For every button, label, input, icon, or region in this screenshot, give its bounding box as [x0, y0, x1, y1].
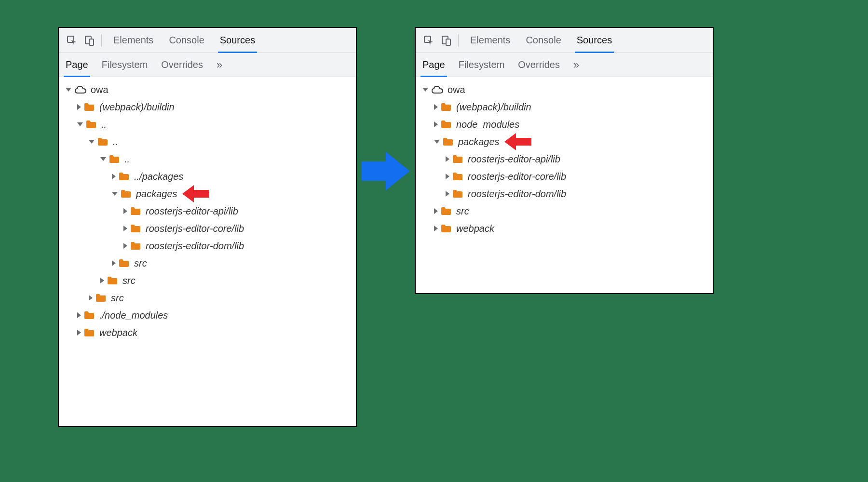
- tree-row[interactable]: ../packages: [59, 168, 356, 185]
- folder-icon: [441, 224, 451, 233]
- tree-row[interactable]: packages: [416, 133, 713, 150]
- tree-item-label: node_modules: [456, 119, 519, 130]
- chevron-right-icon[interactable]: [77, 312, 81, 318]
- chevron-down-icon[interactable]: [112, 192, 118, 196]
- chevron-down-icon[interactable]: [100, 157, 106, 161]
- chevron-right-icon[interactable]: [112, 260, 116, 266]
- tree-row[interactable]: ..: [59, 133, 356, 150]
- chevron-right-icon[interactable]: [434, 208, 438, 214]
- chevron-down-icon[interactable]: [89, 140, 95, 144]
- tab-sources[interactable]: Sources: [577, 28, 612, 53]
- chevron-right-icon[interactable]: [123, 208, 127, 214]
- tree-row[interactable]: src: [59, 272, 356, 289]
- tree-row[interactable]: src: [416, 202, 713, 220]
- tree-row[interactable]: (webpack)/buildin: [416, 98, 713, 116]
- folder-icon: [441, 120, 451, 129]
- toolbar-divider: [458, 34, 459, 47]
- tree-row[interactable]: webpack: [59, 324, 356, 341]
- tree-item-label: src: [134, 258, 147, 269]
- chevron-right-icon[interactable]: [123, 226, 127, 231]
- chevron-right-icon[interactable]: [434, 121, 438, 127]
- subtab-page[interactable]: Page: [66, 53, 88, 77]
- folder-icon: [130, 241, 141, 250]
- folder-icon: [452, 189, 463, 198]
- chevron-right-icon[interactable]: [123, 243, 127, 249]
- tree-row[interactable]: webpack: [416, 220, 713, 237]
- folder-icon: [119, 259, 129, 268]
- tree-row[interactable]: src: [59, 289, 356, 307]
- folder-icon: [121, 189, 131, 198]
- folder-icon: [95, 294, 106, 302]
- sources-subtabs: Page Filesystem Overrides »: [416, 53, 713, 77]
- chevron-right-icon[interactable]: [434, 104, 438, 110]
- device-toolbar-icon[interactable]: [81, 32, 97, 49]
- subtab-filesystem[interactable]: Filesystem: [459, 53, 505, 77]
- highlight-arrow-icon: [504, 133, 531, 150]
- source-tree-right: owa(webpack)/buildinnode_modulespackages…: [416, 77, 713, 293]
- folder-icon: [441, 207, 451, 215]
- folder-icon: [130, 224, 141, 233]
- tree-row[interactable]: node_modules: [416, 116, 713, 133]
- tab-sources[interactable]: Sources: [220, 28, 255, 53]
- chevron-down-icon[interactable]: [434, 140, 440, 144]
- inspect-element-icon[interactable]: [420, 32, 437, 49]
- chevron-right-icon[interactable]: [77, 330, 81, 335]
- subtab-page[interactable]: Page: [422, 53, 445, 77]
- tree-item-label: ./node_modules: [99, 310, 168, 321]
- subtab-overrides[interactable]: Overrides: [518, 53, 560, 77]
- chevron-right-icon[interactable]: [446, 174, 449, 179]
- chevron-right-icon[interactable]: [77, 104, 81, 110]
- svg-rect-5: [446, 39, 450, 45]
- tree-row[interactable]: packages: [59, 185, 356, 202]
- more-tabs-icon[interactable]: »: [573, 59, 576, 71]
- folder-icon: [97, 137, 108, 146]
- tree-item-label: roosterjs-editor-core/lib: [468, 171, 566, 182]
- tab-elements[interactable]: Elements: [113, 28, 153, 53]
- folder-icon: [441, 103, 451, 111]
- tree-row[interactable]: ./node_modules: [59, 307, 356, 324]
- folder-icon: [84, 328, 95, 337]
- folder-icon: [109, 155, 120, 163]
- chevron-right-icon[interactable]: [446, 156, 449, 162]
- tree-row[interactable]: roosterjs-editor-core/lib: [59, 220, 356, 237]
- tree-row[interactable]: roosterjs-editor-core/lib: [416, 168, 713, 185]
- tree-row[interactable]: roosterjs-editor-dom/lib: [416, 185, 713, 202]
- tree-row[interactable]: roosterjs-editor-api/lib: [59, 202, 356, 220]
- inspect-element-icon[interactable]: [64, 32, 80, 49]
- chevron-down-icon[interactable]: [77, 122, 83, 126]
- folder-icon: [452, 155, 463, 163]
- tree-row[interactable]: roosterjs-editor-api/lib: [416, 150, 713, 168]
- chevron-down-icon[interactable]: [66, 88, 71, 92]
- tree-row[interactable]: (webpack)/buildin: [59, 98, 356, 116]
- chevron-right-icon[interactable]: [89, 295, 93, 301]
- tree-item-label: webpack: [456, 223, 494, 234]
- tree-row[interactable]: ..: [59, 150, 356, 168]
- tree-row[interactable]: owa: [416, 81, 713, 98]
- tab-console[interactable]: Console: [526, 28, 561, 53]
- chevron-right-icon[interactable]: [112, 174, 116, 179]
- chevron-down-icon[interactable]: [422, 88, 428, 92]
- chevron-right-icon[interactable]: [446, 191, 449, 197]
- tree-row[interactable]: roosterjs-editor-dom/lib: [59, 237, 356, 254]
- tree-row[interactable]: owa: [59, 81, 356, 98]
- chevron-right-icon[interactable]: [434, 226, 438, 231]
- tree-item-label: src: [122, 275, 136, 286]
- subtab-filesystem[interactable]: Filesystem: [102, 53, 148, 77]
- tree-row[interactable]: src: [59, 254, 356, 272]
- svg-rect-2: [89, 39, 94, 45]
- subtab-overrides[interactable]: Overrides: [161, 53, 203, 77]
- tree-row[interactable]: ..: [59, 116, 356, 133]
- tree-item-label: roosterjs-editor-api/lib: [468, 154, 560, 165]
- sources-subtabs: Page Filesystem Overrides »: [59, 53, 356, 77]
- folder-icon: [107, 276, 118, 285]
- chevron-right-icon[interactable]: [100, 278, 104, 283]
- tree-item-label: src: [456, 206, 469, 217]
- tab-console[interactable]: Console: [169, 28, 204, 53]
- tab-elements[interactable]: Elements: [470, 28, 510, 53]
- tree-item-label: src: [111, 293, 124, 304]
- cloud-icon: [431, 85, 444, 94]
- tree-item-label: ..: [101, 119, 107, 130]
- devtools-top-tabs: Elements Console Sources: [113, 28, 255, 53]
- device-toolbar-icon[interactable]: [438, 32, 454, 49]
- more-tabs-icon[interactable]: »: [217, 59, 219, 71]
